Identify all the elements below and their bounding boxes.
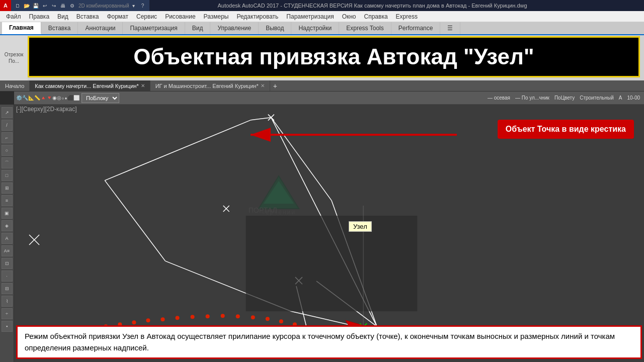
svg-line-8 xyxy=(291,311,357,326)
qa-save[interactable]: 💾 xyxy=(31,1,40,10)
tab-doc1[interactable]: Как самому начерти... Евгений Курицин* ✕ xyxy=(30,80,150,91)
qa-undo[interactable]: ↩ xyxy=(40,1,49,10)
dim-label: 10-00 xyxy=(627,95,640,101)
menu-view[interactable]: Вид xyxy=(53,12,72,21)
qa-print[interactable]: 🖶 xyxy=(58,1,67,10)
tool-xref[interactable]: ⊟ xyxy=(2,283,13,294)
svg-rect-49 xyxy=(246,216,418,311)
menu-express[interactable]: Express xyxy=(392,12,422,21)
tab-output[interactable]: Вывод xyxy=(259,22,291,34)
ribbon-tabs: Главная Вставка Аннотации Параметризация… xyxy=(0,22,644,35)
tool-select[interactable]: ↗ xyxy=(2,107,13,118)
tool-point[interactable]: · xyxy=(2,270,13,282)
bottom-description-box: Режим объектной привязки Узел в Автокад … xyxy=(16,325,642,359)
plotstyle-label: ПоЦвету xyxy=(554,95,575,101)
menu-edit[interactable]: Правка xyxy=(25,12,54,21)
svg-point-37 xyxy=(251,315,255,319)
tool-measure[interactable]: ⌇ xyxy=(2,296,13,307)
tab-doc2[interactable]: ИГ и Машиностроит... Евгений Курицин* ✕ xyxy=(150,80,270,91)
tool-circle[interactable]: ○ xyxy=(2,145,13,156)
secondary-toolbar: ⚙️🔧📐📏🔺🔻◉◎⬦⬧⬛⬜ ПоБлоку — осевая — По ул..… xyxy=(14,92,644,105)
tab-express-tools[interactable]: Express Tools xyxy=(339,22,391,34)
app-icon: A xyxy=(0,0,11,11)
qa-settings[interactable]: ⚙ xyxy=(67,1,76,10)
svg-point-34 xyxy=(206,314,210,318)
tool-hatch[interactable]: ⊞ xyxy=(2,183,13,194)
svg-point-35 xyxy=(221,314,225,318)
svg-point-29 xyxy=(132,320,136,324)
menu-draw[interactable]: Рисование xyxy=(161,12,199,21)
svg-point-30 xyxy=(146,318,150,322)
callout-box: Объект Точка в виде крестика xyxy=(498,120,634,139)
title-bar: A 🗋 📂 💾 ↩ ↪ 🖶 ⚙ 2D комбинированный ▾ ? A… xyxy=(0,0,644,11)
tab-home[interactable]: Главная xyxy=(2,22,41,34)
scale-label: А xyxy=(619,95,622,101)
workspace-label: 2D комбинированный xyxy=(78,3,129,9)
tab-addons[interactable]: Надстройки xyxy=(291,22,339,34)
svg-line-6 xyxy=(105,180,165,261)
ribbon-tool-poly[interactable]: По... xyxy=(9,58,19,64)
tool-boundary[interactable]: ▣ xyxy=(2,208,13,219)
menu-bar: Файл Правка Вид Вставка Формат Сервис Ри… xyxy=(0,11,644,22)
annotation-title: Объектная привязка Автокад "Узел" xyxy=(133,44,534,69)
ribbon-area: Файл Правка Вид Вставка Формат Сервис Ри… xyxy=(0,11,644,80)
tool-wipeout[interactable]: ▪ xyxy=(2,321,13,332)
svg-point-39 xyxy=(279,319,283,323)
svg-point-38 xyxy=(266,317,270,321)
qa-open[interactable]: 📂 xyxy=(22,1,31,10)
qa-help[interactable]: ? xyxy=(138,1,147,10)
tool-arc[interactable]: ⌒ xyxy=(2,157,13,168)
annotation-banner: Объектная привязка Автокад "Узел" xyxy=(28,36,640,77)
ribbon-tool-line[interactable]: Отрезок xyxy=(5,52,24,57)
tab-annotations[interactable]: Аннотации xyxy=(78,22,123,34)
tool-polyline[interactable]: ⌐ xyxy=(2,132,13,143)
tab-start[interactable]: Начало xyxy=(0,80,30,91)
tab-more[interactable]: ☰ xyxy=(440,22,460,34)
tool-line[interactable]: / xyxy=(2,120,13,131)
lineweight-label: — осевая xyxy=(488,95,510,101)
tab-insert[interactable]: Вставка xyxy=(41,22,78,34)
tool-divide[interactable]: ÷ xyxy=(2,308,13,319)
tab-parametrization[interactable]: Параметризация xyxy=(123,22,185,34)
callout-arrow xyxy=(246,127,462,144)
menu-file[interactable]: Файл xyxy=(2,12,25,21)
menu-modify[interactable]: Редактировать xyxy=(232,12,282,21)
tb-icon-group: ⚙️🔧📐📏🔺🔻◉◎⬦⬧⬛⬜ xyxy=(16,95,79,101)
svg-line-5 xyxy=(105,120,251,180)
tool-rectangle[interactable]: □ xyxy=(2,170,13,181)
svg-point-33 xyxy=(191,315,195,319)
view-label: [-][Сверху][2D-каркас] xyxy=(16,106,77,113)
tool-mtext[interactable]: A≡ xyxy=(2,245,13,256)
tool-gradient[interactable]: ≡ xyxy=(2,195,13,206)
menu-insert[interactable]: Вставка xyxy=(72,12,103,21)
workspace-dropdown[interactable]: ▾ xyxy=(129,1,138,10)
tool-region[interactable]: ◈ xyxy=(2,220,13,231)
svg-point-31 xyxy=(160,317,165,321)
svg-line-3 xyxy=(251,118,271,120)
document-tabs: Начало Как самому начерти... Евгений Кур… xyxy=(0,80,644,92)
tab-performance[interactable]: Performance xyxy=(391,22,441,34)
menu-window[interactable]: Окно xyxy=(338,12,360,21)
snap-tooltip: Узел xyxy=(349,221,372,232)
style-label: Строительный xyxy=(580,95,614,101)
svg-point-32 xyxy=(176,316,180,320)
linetype-select[interactable]: ПоБлоку xyxy=(82,93,119,103)
tab-manage[interactable]: Управление xyxy=(210,22,259,34)
qa-new[interactable]: 🗋 xyxy=(13,1,22,10)
tool-insert[interactable]: ⊡ xyxy=(2,258,13,269)
tool-text[interactable]: A xyxy=(2,233,13,244)
menu-help[interactable]: Справка xyxy=(360,12,392,21)
close-doc2[interactable]: ✕ xyxy=(261,83,265,88)
tab-view[interactable]: Вид xyxy=(185,22,211,34)
title-text: Autodesk AutoCAD 2017 - СТУДЕНЧЕСКАЯ ВЕР… xyxy=(217,3,527,9)
menu-dimensions[interactable]: Размеры xyxy=(200,12,233,21)
drawing-canvas[interactable]: [-][Сверху][2D-каркас] ПОРТАЛ черчении xyxy=(14,105,644,362)
qa-redo[interactable]: ↪ xyxy=(49,1,58,10)
menu-param[interactable]: Параметризация xyxy=(282,12,338,21)
quick-access-toolbar: 🗋 📂 💾 ↩ ↪ 🖶 ⚙ 2D комбинированный ▾ ? xyxy=(11,0,149,11)
menu-format[interactable]: Формат xyxy=(103,12,132,21)
menu-service[interactable]: Сервис xyxy=(132,12,161,21)
new-tab-button[interactable]: + xyxy=(270,80,280,91)
close-doc1[interactable]: ✕ xyxy=(141,83,145,88)
color-label: — По ул...чник xyxy=(515,95,549,101)
